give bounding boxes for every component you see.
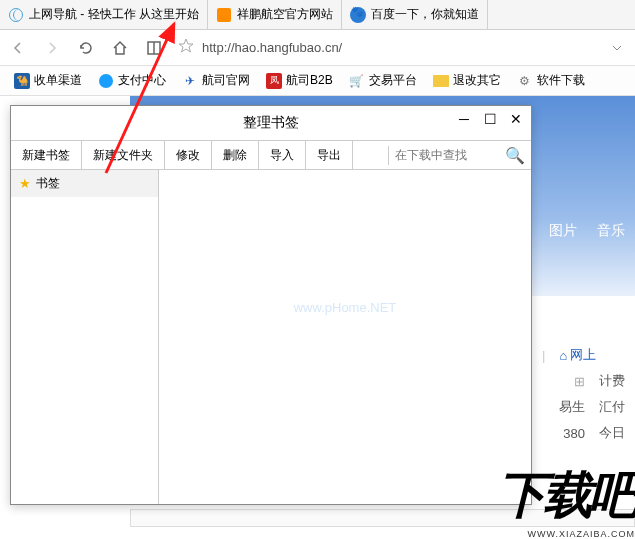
side-text[interactable]: 计费 xyxy=(599,372,625,390)
side-text[interactable]: 今日 xyxy=(599,424,625,442)
browser-tab[interactable]: 祥鹏航空官方网站 xyxy=(208,0,342,29)
site-icon xyxy=(216,7,232,23)
search-input[interactable] xyxy=(395,148,505,162)
watermark-text: www.pHome.NET xyxy=(294,300,397,315)
bookmarks-manager-dialog: 整理书签 ─ ☐ ✕ 新建书签 新建文件夹 修改 删除 导入 导出 🔍 ★ 书签… xyxy=(10,105,532,505)
reload-button[interactable] xyxy=(76,38,96,58)
close-button[interactable]: ✕ xyxy=(507,110,525,128)
site-watermark-logo: 下载吧 WWW.XIAZAIBA.COM xyxy=(497,462,635,539)
bookmark-item[interactable]: 凤航司B2B xyxy=(260,72,339,89)
bookmark-item[interactable]: ✈航司官网 xyxy=(176,72,256,89)
side-text[interactable]: 380 xyxy=(563,426,585,441)
bookmark-item[interactable]: 🛒交易平台 xyxy=(343,72,423,89)
import-button[interactable]: 导入 xyxy=(259,141,306,169)
search-icon[interactable]: 🔍 xyxy=(505,146,525,165)
url-text: http://hao.hangfubao.cn/ xyxy=(202,40,342,55)
bookmark-item[interactable]: ⚙软件下载 xyxy=(511,72,591,89)
bookmark-item[interactable]: 支付中心 xyxy=(92,72,172,89)
maximize-button[interactable]: ☐ xyxy=(481,110,499,128)
side-text[interactable]: 易生 xyxy=(559,398,585,416)
logo-text: 下载吧 xyxy=(497,462,635,529)
tab-label: 百度一下，你就知道 xyxy=(371,6,479,23)
dialog-title-text: 整理书签 xyxy=(243,114,299,132)
browser-tab[interactable]: 上网导航 - 轻快工作 从这里开始 xyxy=(0,0,208,29)
dialog-titlebar: 整理书签 ─ ☐ ✕ xyxy=(11,106,531,140)
tree-label: 书签 xyxy=(36,175,60,192)
bookmarks-toolbar: 🐪收单渠道 支付中心 ✈航司官网 凤航司B2B 🛒交易平台 退改其它 ⚙软件下载 xyxy=(0,66,635,96)
bookmark-tree: ★ 书签 xyxy=(11,170,159,504)
pay-icon xyxy=(98,73,114,89)
dropdown-icon[interactable] xyxy=(607,38,627,58)
browser-tab[interactable]: 百度一下，你就知道 xyxy=(342,0,488,29)
banner-link[interactable]: 图片 xyxy=(549,222,577,240)
new-bookmark-button[interactable]: 新建书签 xyxy=(11,141,82,169)
side-text[interactable]: 汇付 xyxy=(599,398,625,416)
tab-label: 祥鹏航空官方网站 xyxy=(237,6,333,23)
export-button[interactable]: 导出 xyxy=(306,141,353,169)
tree-root-item[interactable]: ★ 书签 xyxy=(11,170,158,197)
delete-button[interactable]: 删除 xyxy=(212,141,259,169)
camel-icon: 🐪 xyxy=(14,73,30,89)
dialog-search[interactable]: 🔍 xyxy=(388,146,531,165)
star-icon: ★ xyxy=(19,176,31,191)
star-icon[interactable] xyxy=(178,38,194,57)
side-link[interactable]: ⌂网上 xyxy=(559,346,596,364)
airline-icon: 凤 xyxy=(266,73,282,89)
house-icon: ⌂ xyxy=(559,348,567,363)
forward-button[interactable] xyxy=(42,38,62,58)
minimize-button[interactable]: ─ xyxy=(455,110,473,128)
address-bar[interactable]: http://hao.hangfubao.cn/ xyxy=(178,38,593,57)
bookmark-content: www.pHome.NET xyxy=(159,170,531,504)
cart-icon: 🛒 xyxy=(349,73,365,89)
banner-nav: 图片 音乐 xyxy=(549,222,625,240)
browser-tab-bar: 上网导航 - 轻快工作 从这里开始 祥鹏航空官方网站 百度一下，你就知道 xyxy=(0,0,635,30)
edit-button[interactable]: 修改 xyxy=(165,141,212,169)
plane-icon: ✈ xyxy=(182,73,198,89)
bookmarks-icon[interactable] xyxy=(144,38,164,58)
baidu-icon xyxy=(350,7,366,23)
logo-subtext: WWW.XIAZAIBA.COM xyxy=(497,529,635,539)
dialog-toolbar: 新建书签 新建文件夹 修改 删除 导入 导出 🔍 xyxy=(11,140,531,170)
folder-icon xyxy=(433,73,449,89)
bookmark-item[interactable]: 退改其它 xyxy=(427,72,507,89)
bookmark-item[interactable]: 🐪收单渠道 xyxy=(8,72,88,89)
home-button[interactable] xyxy=(110,38,130,58)
tab-label: 上网导航 - 轻快工作 从这里开始 xyxy=(29,6,199,23)
back-button[interactable] xyxy=(8,38,28,58)
new-folder-button[interactable]: 新建文件夹 xyxy=(82,141,165,169)
gear-icon: ⚙ xyxy=(517,73,533,89)
banner-link[interactable]: 音乐 xyxy=(597,222,625,240)
browser-nav-bar: http://hao.hangfubao.cn/ xyxy=(0,30,635,66)
globe-icon xyxy=(8,7,24,23)
